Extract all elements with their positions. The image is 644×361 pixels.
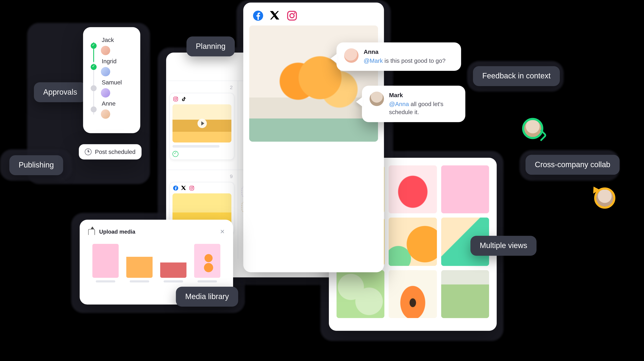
- svg-point-6: [192, 186, 193, 187]
- collaborator-cursor: [522, 118, 543, 139]
- tiktok-icon: [180, 96, 186, 102]
- media-item[interactable]: [160, 244, 186, 282]
- filename-placeholder: [96, 280, 115, 282]
- filename-placeholder: [164, 280, 183, 282]
- media-library-pill: Media library: [176, 287, 238, 307]
- multiple-views-pill: Multiple views: [470, 236, 536, 256]
- clock-icon: [85, 148, 92, 155]
- scheduled-label: Post scheduled: [95, 148, 136, 155]
- facebook-icon: [172, 185, 178, 191]
- caption-placeholder: [172, 145, 220, 148]
- approver-name: Ingrid: [102, 58, 116, 65]
- svg-rect-10: [288, 11, 296, 20]
- planning-pill: Planning: [186, 37, 235, 56]
- approval-step[interactable]: Samuel: [91, 79, 133, 98]
- gallery-tile[interactable]: [441, 165, 489, 213]
- filename-placeholder: [198, 280, 217, 282]
- approver-name: Samuel: [102, 79, 122, 86]
- media-item[interactable]: [92, 244, 119, 282]
- upload-icon: [88, 229, 95, 235]
- post-scheduled-chip: Post scheduled: [79, 144, 142, 159]
- mention[interactable]: @Anna: [389, 101, 409, 107]
- avatar: [101, 88, 110, 98]
- instagram-icon[interactable]: [286, 10, 298, 21]
- instagram-icon: [172, 96, 178, 102]
- cross-company-pill: Cross-company collab: [526, 155, 620, 175]
- media-thumbnail: [160, 244, 186, 278]
- media-thumbnail: [92, 244, 119, 278]
- comment-author: Mark: [389, 92, 458, 98]
- approval-step[interactable]: Ingrid: [91, 58, 133, 76]
- gallery-tile[interactable]: [441, 270, 489, 318]
- svg-point-2: [176, 97, 177, 98]
- pending-dot-icon: [91, 85, 96, 91]
- avatar: [101, 46, 110, 55]
- calendar-cell[interactable]: 2: [166, 81, 238, 170]
- close-icon[interactable]: ×: [220, 227, 225, 236]
- svg-point-11: [290, 14, 294, 18]
- media-item[interactable]: [126, 244, 152, 282]
- check-icon: [91, 43, 96, 49]
- avatar: [101, 67, 110, 76]
- gallery-tile[interactable]: [389, 165, 437, 213]
- filename-placeholder: [130, 280, 149, 282]
- post-thumbnail: [172, 104, 231, 143]
- pending-dot-icon: [91, 106, 96, 112]
- mention[interactable]: @Mark: [364, 57, 383, 64]
- gallery-tile[interactable]: [389, 218, 437, 266]
- media-item[interactable]: [194, 244, 220, 282]
- approver-name: Jack: [102, 37, 114, 43]
- collaborator-cursor: [594, 187, 615, 209]
- x-icon[interactable]: [270, 10, 280, 21]
- approval-step[interactable]: Jack: [91, 37, 133, 55]
- avatar: [101, 109, 110, 119]
- check-icon: [91, 64, 96, 70]
- comment-bubble[interactable]: Anna @Mark is this post good to go?: [336, 43, 461, 71]
- gallery-tile[interactable]: [336, 270, 384, 318]
- media-thumbnail: [126, 244, 152, 278]
- avatar: [344, 48, 358, 63]
- approval-step[interactable]: Anne: [91, 100, 133, 119]
- instagram-icon: [189, 185, 194, 191]
- facebook-icon[interactable]: [252, 10, 264, 21]
- svg-point-5: [190, 187, 192, 189]
- approver-name: Anne: [102, 100, 116, 107]
- date-label: 9: [170, 173, 234, 182]
- media-thumbnail: [194, 244, 220, 278]
- approved-icon: [172, 151, 178, 157]
- gallery-tile[interactable]: [389, 270, 437, 318]
- svg-point-12: [294, 13, 295, 14]
- comment-author: Anna: [364, 48, 446, 55]
- approvals-pill: Approvals: [34, 82, 86, 102]
- date-label: 2: [170, 84, 234, 93]
- svg-point-1: [174, 98, 176, 100]
- comment-text: @Mark is this post good to go?: [364, 57, 446, 65]
- scheduled-post[interactable]: [170, 93, 234, 160]
- avatar: [370, 92, 384, 106]
- feedback-pill: Feedback in context: [473, 66, 560, 86]
- x-icon: [180, 185, 186, 191]
- comment-text: @Anna all good let's schedule it.: [389, 100, 458, 116]
- play-icon: [197, 119, 206, 128]
- comment-bubble[interactable]: Mark @Anna all good let's schedule it.: [362, 86, 466, 122]
- publishing-pill: Publishing: [10, 155, 63, 175]
- approvals-card: Jack Ingrid Samuel Anne: [83, 27, 140, 133]
- media-title: Upload media: [99, 229, 216, 235]
